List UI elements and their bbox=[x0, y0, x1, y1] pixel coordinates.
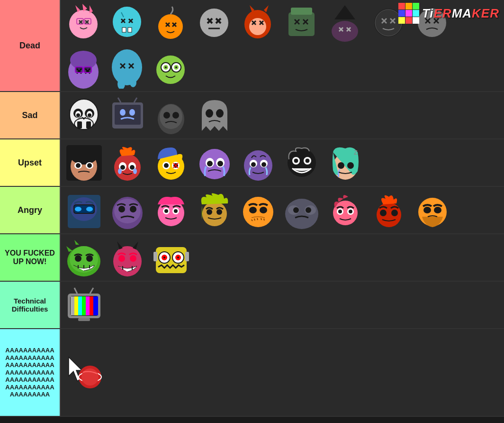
tier-label-angry: Angry bbox=[0, 187, 60, 233]
svg-point-164 bbox=[249, 207, 257, 213]
svg-rect-67 bbox=[75, 67, 83, 73]
svg-line-216 bbox=[74, 288, 77, 294]
svg-point-162 bbox=[216, 209, 222, 215]
svg-point-117 bbox=[118, 168, 122, 174]
svg-point-91 bbox=[76, 113, 80, 117]
svg-point-96 bbox=[129, 109, 135, 116]
list-item bbox=[280, 1, 323, 44]
svg-point-131 bbox=[244, 150, 272, 181]
tier-list: TiERMAKER Dead bbox=[0, 0, 504, 417]
svg-point-134 bbox=[251, 162, 256, 167]
list-item bbox=[368, 189, 410, 231]
svg-point-159 bbox=[174, 209, 178, 213]
svg-point-176 bbox=[377, 202, 401, 227]
svg-point-143 bbox=[347, 162, 354, 169]
list-item bbox=[63, 189, 105, 231]
svg-point-81 bbox=[165, 66, 167, 68]
svg-point-150 bbox=[86, 207, 93, 212]
tier-label-dead: Dead bbox=[0, 0, 60, 91]
svg-point-181 bbox=[434, 207, 441, 213]
svg-point-191 bbox=[113, 246, 142, 276]
svg-point-118 bbox=[133, 168, 137, 174]
svg-point-62 bbox=[70, 51, 97, 70]
svg-point-69 bbox=[112, 49, 142, 85]
svg-rect-39 bbox=[291, 8, 312, 15]
tier-content-angry bbox=[60, 187, 504, 233]
svg-point-195 bbox=[130, 255, 136, 262]
svg-point-102 bbox=[172, 112, 179, 119]
svg-point-194 bbox=[118, 255, 125, 262]
svg-point-178 bbox=[391, 210, 398, 216]
list-item bbox=[106, 47, 148, 90]
svg-rect-214 bbox=[90, 296, 93, 315]
svg-point-95 bbox=[120, 109, 126, 116]
tier-label-technical: Technical Difficulties bbox=[0, 282, 60, 328]
svg-rect-205 bbox=[153, 252, 157, 261]
list-item bbox=[193, 94, 236, 137]
list-item bbox=[63, 94, 105, 137]
list-item bbox=[150, 94, 192, 137]
svg-point-19 bbox=[158, 14, 183, 39]
list-item bbox=[150, 141, 192, 184]
svg-point-174 bbox=[338, 210, 342, 213]
list-item bbox=[193, 1, 235, 44]
svg-rect-215 bbox=[93, 296, 98, 315]
list-item bbox=[280, 189, 323, 231]
list-item bbox=[106, 236, 149, 279]
svg-point-142 bbox=[338, 162, 344, 169]
svg-point-71 bbox=[130, 78, 136, 87]
svg-point-177 bbox=[380, 210, 387, 216]
tier-row-angry: Angry bbox=[0, 187, 504, 234]
watermark-text: TiERMAKER bbox=[422, 6, 499, 21]
list-item bbox=[150, 236, 192, 279]
list-item bbox=[106, 189, 149, 231]
list-item bbox=[324, 189, 367, 231]
svg-rect-212 bbox=[82, 296, 86, 315]
svg-point-51 bbox=[375, 9, 402, 36]
list-item bbox=[411, 189, 454, 231]
svg-rect-17 bbox=[122, 28, 126, 32]
svg-point-104 bbox=[216, 109, 224, 118]
tier-row-aaaa: AAAAAAAAAAAAAAAAAAAAAAAAAAAAAAAAAAAAAAAA… bbox=[0, 329, 504, 417]
svg-rect-85 bbox=[77, 121, 82, 129]
tier-content-sad bbox=[60, 92, 504, 138]
svg-point-12 bbox=[113, 7, 141, 37]
svg-marker-193 bbox=[133, 241, 138, 249]
svg-point-163 bbox=[243, 197, 273, 227]
list-item bbox=[280, 141, 323, 184]
svg-point-100 bbox=[160, 104, 182, 129]
svg-point-169 bbox=[293, 207, 299, 213]
svg-rect-86 bbox=[86, 121, 91, 129]
dead-line2 bbox=[61, 46, 504, 91]
svg-point-24 bbox=[200, 9, 228, 37]
list-item bbox=[63, 284, 105, 326]
svg-point-130 bbox=[217, 161, 223, 166]
svg-point-180 bbox=[423, 207, 431, 213]
svg-point-165 bbox=[260, 207, 267, 213]
list-item bbox=[63, 351, 105, 394]
svg-point-139 bbox=[294, 158, 298, 163]
svg-marker-31 bbox=[264, 5, 269, 12]
svg-rect-18 bbox=[128, 28, 132, 32]
svg-point-160 bbox=[202, 202, 227, 226]
tier-label-aaaa: AAAAAAAAAAAAAAAAAAAAAAAAAAAAAAAAAAAAAAAA… bbox=[0, 329, 60, 416]
svg-point-161 bbox=[207, 209, 212, 215]
tier-content-upset: z bbox=[60, 139, 504, 186]
svg-rect-213 bbox=[86, 296, 90, 315]
list-item bbox=[106, 94, 149, 137]
svg-point-187 bbox=[86, 255, 93, 262]
list-item bbox=[150, 189, 192, 231]
svg-point-153 bbox=[118, 206, 125, 212]
svg-point-45 bbox=[332, 21, 358, 42]
svg-point-107 bbox=[71, 147, 97, 165]
svg-point-103 bbox=[206, 109, 213, 118]
list-item bbox=[149, 1, 192, 44]
svg-rect-210 bbox=[74, 296, 78, 315]
svg-point-154 bbox=[130, 206, 136, 212]
list-item bbox=[62, 1, 105, 44]
svg-point-33 bbox=[249, 18, 266, 35]
tier-label-upset: Upset bbox=[0, 139, 60, 186]
svg-line-98 bbox=[134, 98, 137, 102]
svg-marker-4 bbox=[90, 5, 93, 13]
tier-row-sad: Sad bbox=[0, 92, 504, 139]
